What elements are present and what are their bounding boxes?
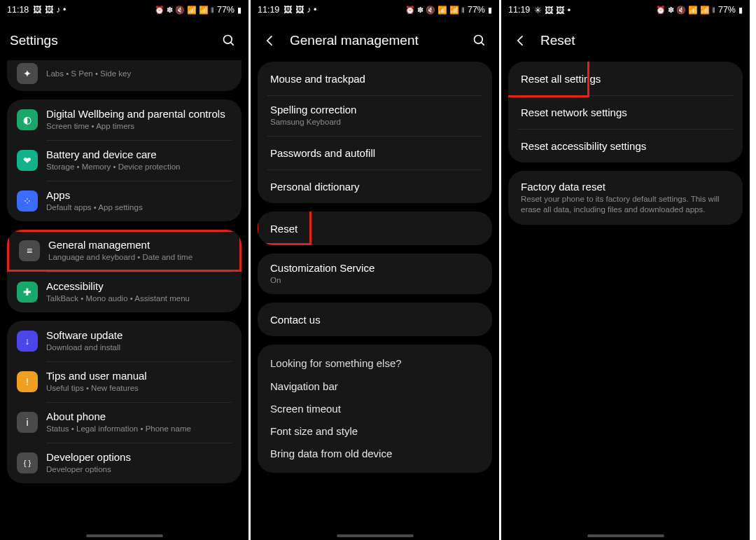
reset-item-all-settings[interactable]: Reset all settings: [508, 62, 743, 95]
reset-group-settings: Reset all settings Reset network setting…: [508, 62, 743, 162]
status-battery: 77%: [718, 5, 736, 15]
battery-icon: ▮: [738, 6, 743, 15]
gm-item-customization[interactable]: Customization Service On: [258, 254, 492, 294]
item-title: Reset accessibility settings: [521, 140, 646, 152]
gm-item-spelling[interactable]: Spelling correction Samsung Keyboard: [258, 95, 492, 136]
item-subtitle: Default apps • App settings: [46, 202, 143, 213]
settings-item-accessibility[interactable]: ✚ Accessibility TalkBack • Mono audio • …: [7, 272, 241, 312]
search-button[interactable]: [219, 31, 239, 50]
gm-group-contact: Contact us: [258, 303, 492, 336]
item-subtitle: Developer options: [46, 464, 131, 475]
item-title: Mouse and trackpad: [270, 73, 365, 85]
item-subtitle: Screen time • App timers: [46, 121, 225, 132]
link-navigation-bar[interactable]: Navigation bar: [258, 375, 492, 397]
item-title: General management: [48, 239, 192, 251]
link-label: Bring data from old device: [270, 448, 392, 459]
status-bar: 11:19 🖼 🖼 ♪ • ⏰ ✽ 🔇 📶 📶 ⫴ 77% ▮: [251, 0, 499, 20]
status-right-icons: ⏰ ✽ 🔇 📶 📶 ⫴: [656, 6, 715, 15]
link-screen-timeout[interactable]: Screen timeout: [258, 397, 492, 420]
status-time: 11:19: [508, 5, 530, 15]
advanced-icon: ✦: [17, 63, 38, 84]
reset-item-network[interactable]: Reset network settings: [508, 95, 743, 129]
back-button[interactable]: [260, 31, 280, 50]
section-heading: Looking for something else?: [258, 345, 492, 375]
item-title: Contact us: [270, 314, 321, 326]
link-label: Screen timeout: [270, 403, 341, 415]
reset-group-factory: Factory data reset Reset your phone to i…: [508, 171, 743, 225]
item-subtitle: Status • Legal information • Phone name: [46, 424, 191, 434]
status-right-icons: ⏰ ✽ 🔇 📶 📶 ⫴: [405, 6, 465, 15]
general-management-screen: 11:19 🖼 🖼 ♪ • ⏰ ✽ 🔇 📶 📶 ⫴ 77% ▮ General …: [251, 0, 501, 540]
link-bring-data[interactable]: Bring data from old device: [258, 442, 492, 464]
apps-icon: ⁘: [17, 191, 38, 212]
accessibility-icon: ✚: [17, 282, 38, 303]
status-bar: 11:18 🖼 🖼 ♪ • ⏰ ✽ 🔇 📶 📶 ⫴ 77% ▮: [0, 0, 248, 20]
app-header: Reset: [501, 20, 750, 62]
page-title: Settings: [10, 33, 209, 48]
settings-item-battery[interactable]: ❤ Battery and device care Storage • Memo…: [7, 140, 241, 181]
item-subtitle: Language and keyboard • Date and time: [48, 252, 192, 263]
item-title: Tips and user manual: [46, 370, 147, 382]
settings-group-care: ◐ Digital Wellbeing and parental control…: [7, 99, 241, 221]
back-button[interactable]: [511, 31, 531, 50]
reset-item-factory[interactable]: Factory data reset Reset your phone to i…: [508, 171, 743, 225]
gm-item-reset[interactable]: Reset: [258, 212, 492, 245]
settings-screen: 11:18 🖼 🖼 ♪ • ⏰ ✽ 🔇 📶 📶 ⫴ 77% ▮ Settings…: [0, 0, 251, 540]
item-subtitle: Labs • S Pen • Side key: [46, 69, 131, 79]
developer-options-icon: { }: [17, 452, 38, 473]
item-title: Personal dictionary: [270, 181, 360, 193]
item-title: Digital Wellbeing and parental controls: [46, 108, 225, 120]
gm-item-passwords[interactable]: Passwords and autofill: [258, 136, 492, 169]
gm-group-reset: Reset: [258, 212, 492, 245]
battery-care-icon: ❤: [17, 150, 38, 171]
gm-group-links: Looking for something else? Navigation b…: [258, 345, 492, 473]
page-title: General management: [290, 33, 460, 48]
status-time: 11:18: [7, 5, 29, 15]
settings-item-software-update[interactable]: ↓ Software update Download and install: [7, 321, 241, 361]
settings-item-general-management[interactable]: ≡ General management Language and keyboa…: [7, 230, 241, 272]
item-title: Battery and device care: [46, 148, 181, 160]
battery-icon: ▮: [237, 6, 241, 15]
back-icon: [514, 34, 528, 48]
link-label: Font size and style: [270, 425, 358, 437]
gm-item-dictionary[interactable]: Personal dictionary: [258, 169, 492, 203]
status-left-icons: 🖼 🖼 ♪ •: [33, 5, 66, 15]
settings-item-wellbeing[interactable]: ◐ Digital Wellbeing and parental control…: [7, 99, 241, 140]
item-title: Apps: [46, 189, 143, 201]
page-title: Reset: [540, 33, 740, 48]
nav-handle[interactable]: [587, 534, 664, 537]
general-management-icon: ≡: [19, 240, 40, 261]
tips-icon: !: [17, 371, 38, 392]
link-font-size[interactable]: Font size and style: [258, 420, 492, 442]
reset-item-accessibility[interactable]: Reset accessibility settings: [508, 129, 743, 162]
gm-item-mouse[interactable]: Mouse and trackpad: [258, 62, 492, 95]
settings-item-tips[interactable]: ! Tips and user manual Useful tips • New…: [7, 361, 241, 402]
settings-item-advanced[interactable]: ✦ Labs • S Pen • Side key: [7, 60, 241, 91]
gm-group-customization: Customization Service On: [258, 254, 492, 294]
gm-item-contact[interactable]: Contact us: [258, 303, 492, 336]
app-header: Settings: [0, 20, 248, 62]
item-title: Spelling correction: [270, 104, 356, 116]
item-subtitle: On: [270, 275, 374, 286]
wellbeing-icon: ◐: [17, 109, 38, 130]
status-left-icons: 🖼 🖼 ♪ •: [284, 5, 316, 15]
status-battery: 77%: [217, 5, 234, 15]
svg-line-1: [231, 43, 234, 46]
status-time: 11:19: [258, 5, 279, 15]
item-subtitle: TalkBack • Mono audio • Assistant menu: [46, 293, 190, 304]
software-update-icon: ↓: [17, 331, 38, 352]
settings-item-apps[interactable]: ⁘ Apps Default apps • App settings: [7, 181, 241, 221]
settings-item-developer[interactable]: { } Developer options Developer options: [7, 443, 241, 483]
link-label: Navigation bar: [270, 380, 338, 392]
nav-handle[interactable]: [337, 534, 414, 537]
search-icon: [222, 34, 236, 48]
svg-point-2: [475, 36, 483, 44]
settings-item-about[interactable]: i About phone Status • Legal information…: [7, 402, 241, 443]
nav-handle[interactable]: [86, 534, 163, 537]
status-left-icons: ✳ 🖼 🖼 •: [534, 5, 570, 15]
reset-screen: 11:19 ✳ 🖼 🖼 • ⏰ ✽ 🔇 📶 📶 ⫴ 77% ▮ Reset Re…: [501, 0, 752, 540]
search-button[interactable]: [470, 31, 489, 50]
item-subtitle: Useful tips • New features: [46, 383, 147, 394]
status-right-icons: ⏰ ✽ 🔇 📶 📶 ⫴: [155, 6, 214, 15]
gm-group-input: Mouse and trackpad Spelling correction S…: [258, 62, 492, 203]
